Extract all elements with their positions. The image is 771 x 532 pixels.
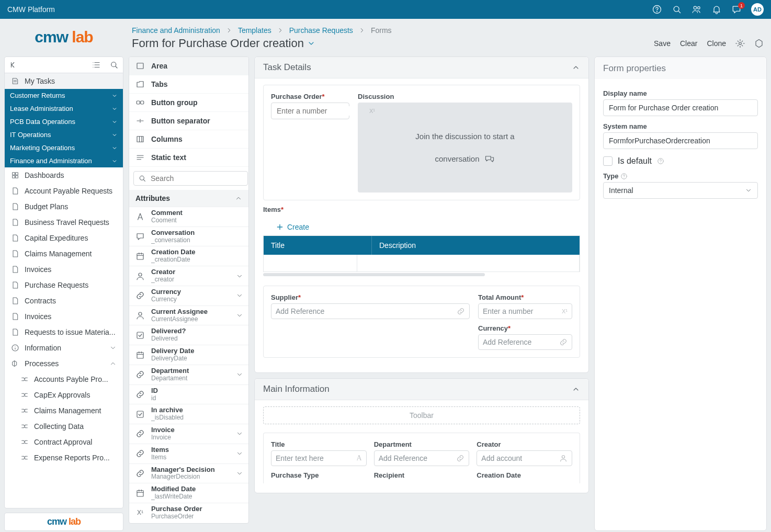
help-icon[interactable] — [657, 157, 664, 165]
chat-icon[interactable] — [731, 4, 742, 15]
department-input[interactable]: Add Reference — [374, 450, 470, 466]
sidebar-category[interactable]: Finance and Administration — [5, 154, 123, 167]
type-select[interactable]: Internal — [603, 182, 758, 199]
system-name-input[interactable]: FormforPurchaseOrdercreation — [603, 132, 758, 149]
table-header[interactable]: Title — [264, 236, 372, 255]
hex-icon[interactable] — [754, 39, 764, 48]
attributes-header[interactable]: Attributes — [129, 190, 248, 207]
gear-icon[interactable] — [735, 39, 745, 48]
element-type[interactable]: Button separator — [129, 112, 248, 130]
sidebar-item[interactable]: Budget Plans — [5, 199, 123, 214]
help-icon[interactable] — [652, 4, 662, 15]
element-type[interactable]: Static text — [129, 149, 248, 167]
chevron-down-icon[interactable] — [236, 430, 243, 437]
sidebar-process-item[interactable]: Contract Approval — [5, 434, 123, 450]
chevron-down-icon[interactable] — [307, 39, 315, 48]
chevron-down-icon[interactable] — [236, 450, 243, 457]
attribute-item[interactable]: X¹ Purchase OrderPurchaseOrder — [129, 503, 248, 523]
save-button[interactable]: Save — [654, 39, 671, 48]
users-icon[interactable] — [691, 4, 702, 15]
breadcrumb-link[interactable]: Finance and Administration — [132, 26, 220, 35]
supplier-input[interactable]: Add Reference — [271, 303, 470, 319]
discussion-placeholder[interactable]: Join the discussion to start a conversat… — [358, 103, 572, 193]
sidebar-item[interactable]: Account Payable Requests — [5, 183, 123, 199]
sidebar-item[interactable]: Claims Management — [5, 246, 123, 262]
table-header[interactable]: Description — [372, 236, 580, 255]
attribute-item[interactable]: CommentCooment — [129, 207, 248, 227]
chevron-down-icon[interactable] — [236, 312, 243, 319]
element-type[interactable]: Button group — [129, 94, 248, 112]
sidebar-category[interactable]: Customer Returns — [5, 89, 123, 102]
list-icon[interactable] — [92, 60, 101, 70]
panel-header[interactable]: Main Information — [255, 379, 588, 400]
chevron-down-icon[interactable] — [236, 292, 243, 299]
currency-input[interactable]: Add Reference — [478, 334, 572, 350]
breadcrumb-link[interactable]: Templates — [238, 26, 271, 35]
element-type[interactable]: Tabs — [129, 75, 248, 94]
collapse-icon[interactable] — [9, 60, 18, 70]
chevron-down-icon[interactable] — [236, 371, 243, 378]
attribute-item[interactable]: Creation Date_creationDate — [129, 246, 248, 266]
sidebar-item[interactable]: Invoices — [5, 309, 123, 324]
sidebar-item-information[interactable]: Information — [5, 340, 123, 356]
toolbar-placeholder[interactable]: Toolbar — [263, 406, 580, 424]
attribute-item[interactable]: DepartmentDepartament — [129, 365, 248, 384]
avatar[interactable]: AD — [751, 3, 764, 16]
chevron-down-icon[interactable] — [236, 470, 243, 477]
search-icon[interactable] — [672, 4, 682, 15]
sidebar-item[interactable]: Capital Expeditures — [5, 230, 123, 246]
attribute-item[interactable]: ItemsItems — [129, 444, 248, 463]
element-type[interactable]: Columns — [129, 130, 248, 149]
element-search[interactable] — [133, 171, 248, 186]
sidebar-item[interactable]: Purchase Requests — [5, 277, 123, 293]
create-button[interactable]: Create — [276, 223, 309, 231]
clear-button[interactable]: Clear — [680, 39, 697, 48]
search-icon[interactable] — [109, 60, 119, 70]
attribute-item[interactable]: Conversation_conversation — [129, 227, 248, 246]
attribute-item[interactable]: In archive_isDisabled — [129, 404, 248, 424]
chevron-up-icon[interactable] — [572, 63, 580, 72]
attribute-item[interactable]: Manager's DecisionManagerDecision — [129, 463, 248, 483]
purchase-order-input[interactable]: X¹ — [271, 103, 349, 119]
sidebar-process-item[interactable]: Expense Reports Pro... — [5, 450, 123, 466]
attribute-item[interactable]: Delivery DateDeliveryDate — [129, 345, 248, 365]
total-amount-input[interactable]: Enter a numberX¹ — [478, 303, 572, 319]
sidebar-process-item[interactable]: CapEx Approvals — [5, 387, 123, 403]
breadcrumb-link[interactable]: Purchase Requests — [289, 26, 353, 35]
sidebar-category[interactable]: Marketing Operations — [5, 141, 123, 154]
attribute-item[interactable]: InvoiceInvoice — [129, 424, 248, 444]
clone-button[interactable]: Clone — [707, 39, 726, 48]
sidebar-process-item[interactable]: Collecting Data — [5, 418, 123, 434]
sidebar-item[interactable]: Requests to issue Materia... — [5, 324, 123, 340]
sidebar-process-item[interactable]: Claims Management — [5, 403, 123, 418]
scrollbar[interactable] — [263, 273, 485, 276]
title-input[interactable]: Enter text hereA — [271, 450, 367, 466]
attribute-item[interactable]: Delivered?Delivered — [129, 325, 248, 345]
chevron-up-icon[interactable] — [572, 385, 580, 393]
sidebar-category[interactable]: Lease Administration — [5, 102, 123, 115]
element-type[interactable]: Area — [129, 57, 248, 75]
sidebar-item-my-tasks[interactable]: My Tasks — [5, 73, 123, 89]
sidebar-item[interactable]: Contracts — [5, 293, 123, 309]
sidebar-category[interactable]: IT Operations — [5, 128, 123, 141]
sidebar-item[interactable]: Business Travel Requests — [5, 214, 123, 230]
help-icon[interactable] — [620, 173, 628, 180]
attribute-item[interactable]: Creator_creator — [129, 266, 248, 286]
sidebar-item-processes[interactable]: Processes — [5, 356, 123, 371]
attribute-item[interactable]: IDid — [129, 384, 248, 404]
attribute-item[interactable]: CurrencyCurrency — [129, 286, 248, 305]
table-row[interactable] — [264, 255, 580, 271]
attribute-item[interactable]: Current AssigneeCurrentAssignee — [129, 305, 248, 325]
chevron-down-icon[interactable] — [236, 273, 243, 280]
panel-header[interactable]: Task Details — [255, 57, 588, 78]
bell-icon[interactable] — [711, 4, 722, 15]
attribute-item[interactable]: Modified Date_lastWriteDate — [129, 483, 248, 503]
sidebar-item[interactable]: Invoices — [5, 262, 123, 277]
sidebar-process-item[interactable]: Accounts Payble Pro... — [5, 371, 123, 387]
search-input[interactable] — [150, 174, 243, 183]
sidebar-item[interactable]: Dashboards — [5, 167, 123, 183]
is-default-checkbox[interactable]: Is default — [603, 156, 758, 166]
display-name-input[interactable]: Form for Purchase Order creation — [603, 99, 758, 116]
sidebar-category[interactable]: PCB Data Operations — [5, 115, 123, 128]
creator-input[interactable]: Add account — [477, 450, 572, 466]
